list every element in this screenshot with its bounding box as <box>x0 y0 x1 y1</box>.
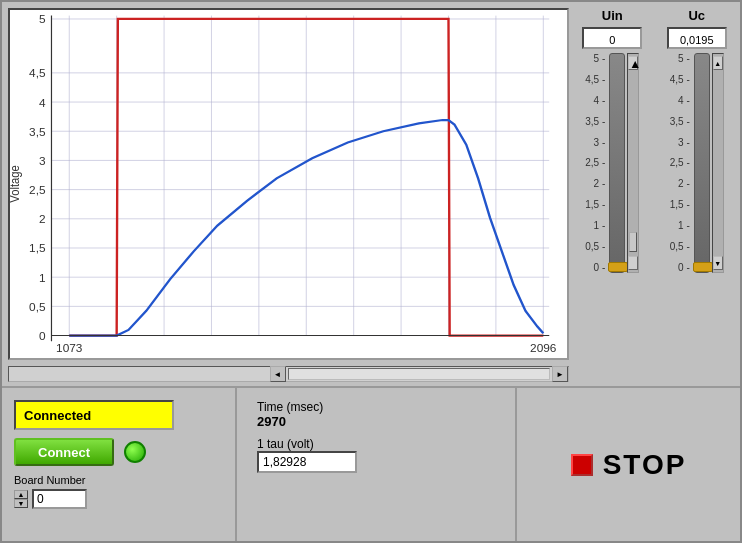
stop-icon <box>571 454 593 476</box>
svg-text:0,5: 0,5 <box>29 301 45 313</box>
right-panel: Uin 0 5 - 4,5 - 4 - 3,5 - 3 - 2,5 - 2 - … <box>575 2 740 386</box>
board-number-section: Board Number ▲ ▼ <box>14 474 223 509</box>
bottom-middle-panel: Time (msec) 2970 1 tau (volt) <box>237 388 515 541</box>
uc-scroll-up[interactable]: ▲ <box>713 56 723 70</box>
spin-down-button[interactable]: ▼ <box>14 499 28 508</box>
connected-label: Connected <box>24 408 91 423</box>
stop-button[interactable]: STOP <box>571 449 687 481</box>
svg-text:4: 4 <box>39 97 46 109</box>
tau-section: 1 tau (volt) <box>257 437 495 473</box>
uc-slider-track[interactable] <box>694 53 710 273</box>
connect-button[interactable]: Connect <box>14 438 114 466</box>
uc-slider-group: Uc 0,0195 5 - 4,5 - 4 - 3,5 - 3 - 2,5 - … <box>660 8 735 380</box>
scroll-left-button[interactable]: ◄ <box>270 366 286 382</box>
time-section: Time (msec) 2970 <box>257 400 495 429</box>
svg-text:1: 1 <box>39 272 46 284</box>
svg-text:1,5: 1,5 <box>29 243 45 255</box>
connection-led <box>124 441 146 463</box>
connected-display: Connected <box>14 400 174 430</box>
uc-slider-thumb[interactable] <box>693 262 713 272</box>
svg-text:1073: 1073 <box>56 343 82 355</box>
uc-slider-container: 5 - 4,5 - 4 - 3,5 - 3 - 2,5 - 2 - 1,5 - … <box>670 53 724 380</box>
bottom-section: Connected Connect Board Number ▲ ▼ <box>2 386 740 541</box>
uc-scale: 5 - 4,5 - 4 - 3,5 - 3 - 2,5 - 2 - 1,5 - … <box>670 53 692 273</box>
svg-text:5: 5 <box>39 14 46 26</box>
time-label: Time (msec) <box>257 400 495 414</box>
scroll-track[interactable] <box>288 368 551 380</box>
chart-svg: 5 4,5 4 3,5 3 2,5 2 1,5 1 0,5 0 Voltage … <box>10 10 567 358</box>
chart-area: 5 4,5 4 3,5 3 2,5 2 1,5 1 0,5 0 Voltage … <box>8 8 569 360</box>
bottom-right-panel: STOP <box>515 388 740 541</box>
svg-text:0: 0 <box>39 330 46 342</box>
main-window: 5 4,5 4 3,5 3 2,5 2 1,5 1 0,5 0 Voltage … <box>0 0 742 543</box>
board-number-input[interactable] <box>32 489 87 509</box>
top-section: 5 4,5 4 3,5 3 2,5 2 1,5 1 0,5 0 Voltage … <box>2 2 740 386</box>
uin-slider-track[interactable] <box>609 53 625 273</box>
uin-slider-container: 5 - 4,5 - 4 - 3,5 - 3 - 2,5 - 2 - 1,5 - … <box>585 53 639 380</box>
scroll-right-button[interactable]: ► <box>552 366 568 382</box>
svg-text:3,5: 3,5 <box>29 126 45 138</box>
time-value: 2970 <box>257 414 495 429</box>
tau-label: 1 tau (volt) <box>257 437 495 451</box>
svg-rect-0 <box>10 10 567 358</box>
uc-scrollbar[interactable]: ▲ ▼ <box>712 53 724 273</box>
uin-slider-thumb[interactable] <box>608 262 628 272</box>
uin-scale: 5 - 4,5 - 4 - 3,5 - 3 - 2,5 - 2 - 1,5 - … <box>585 53 607 273</box>
uin-scroll-up[interactable]: ▲ <box>628 56 638 70</box>
stop-label: STOP <box>603 449 687 481</box>
uc-value-display: 0,0195 <box>667 27 727 49</box>
svg-text:Voltage: Voltage <box>10 165 22 202</box>
scrollbar-inner: ◄ ► <box>9 367 568 381</box>
svg-text:2096: 2096 <box>530 343 556 355</box>
svg-text:2,5: 2,5 <box>29 184 45 196</box>
spinner-buttons: ▲ ▼ <box>14 490 28 508</box>
bottom-left-panel: Connected Connect Board Number ▲ ▼ <box>2 388 237 541</box>
tau-value-input[interactable] <box>257 451 357 473</box>
uc-label: Uc <box>688 8 705 23</box>
board-number-label: Board Number <box>14 474 223 486</box>
uc-scroll-down[interactable]: ▼ <box>713 256 723 270</box>
spin-up-button[interactable]: ▲ <box>14 490 28 499</box>
uin-value-display: 0 <box>582 27 642 49</box>
chart-scrollbar: ◄ ► <box>8 366 569 382</box>
svg-text:2: 2 <box>39 214 46 226</box>
uin-slider-group: Uin 0 5 - 4,5 - 4 - 3,5 - 3 - 2,5 - 2 - … <box>575 8 650 380</box>
svg-text:3: 3 <box>39 155 46 167</box>
svg-text:4,5: 4,5 <box>29 68 45 80</box>
uin-label: Uin <box>602 8 623 23</box>
connect-row: Connect <box>14 438 223 466</box>
uin-scrollbar[interactable]: ▲ <box>627 53 639 273</box>
board-input-row: ▲ ▼ <box>14 489 223 509</box>
uin-scroll-handle[interactable] <box>628 256 638 270</box>
